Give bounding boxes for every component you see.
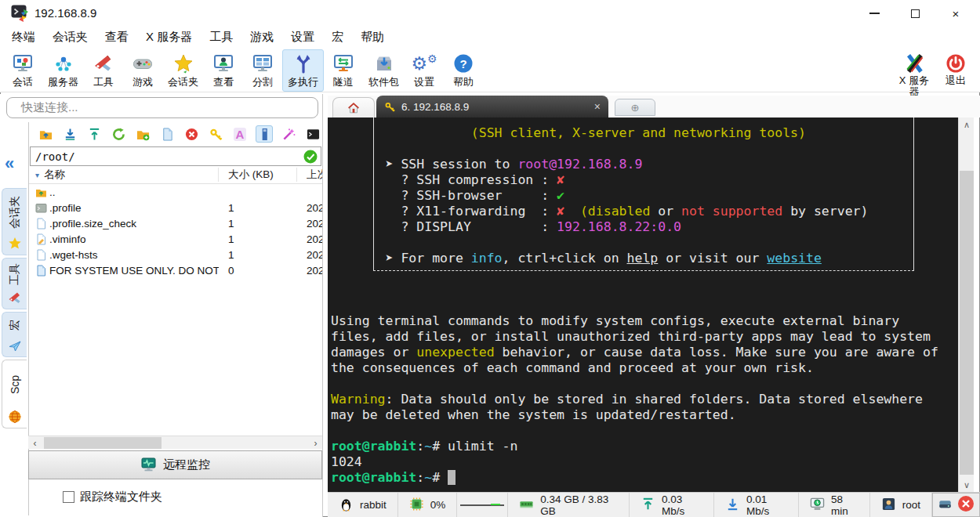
status-user-icon xyxy=(881,497,896,514)
menu-item-1[interactable]: 会话夹 xyxy=(44,27,96,47)
key-icon[interactable] xyxy=(207,125,224,143)
collapse-sidebar-button[interactable]: « xyxy=(5,154,13,174)
terminal-screen[interactable]: (SSH client, X-server and networking too… xyxy=(328,118,958,492)
remote-monitoring-button[interactable]: 远程监控 xyxy=(28,450,322,479)
tools-icon xyxy=(93,52,114,74)
toolbar-settings-button[interactable]: ⚙⚙设置 xyxy=(405,49,444,92)
status-cpu-icon xyxy=(409,497,424,514)
file-row[interactable]: .wget-hsts12024 xyxy=(29,247,322,262)
close-session-icon[interactable] xyxy=(957,495,975,515)
toolbar-sessionsfolder-button[interactable]: 会话夹 xyxy=(162,49,204,92)
horizontal-scrollbar-thumb[interactable] xyxy=(44,437,162,449)
upload-icon[interactable] xyxy=(85,125,103,143)
file-row[interactable]: .. xyxy=(29,184,322,200)
delete-icon[interactable] xyxy=(183,125,200,143)
side-tab-sessions-label: 会话夹 xyxy=(2,189,27,236)
up-folder-icon[interactable] xyxy=(37,125,54,143)
menu-item-0[interactable]: 终端 xyxy=(3,27,44,47)
status-penguin-icon xyxy=(339,497,354,514)
scroll-left-arrow-icon[interactable]: ‹ xyxy=(28,436,42,450)
toolbar-games-button[interactable]: 游戏 xyxy=(123,49,162,92)
menu-item-5[interactable]: 游戏 xyxy=(241,27,282,47)
new-tab-button[interactable]: ⊕ xyxy=(615,99,655,116)
file-row[interactable]: .profile.size_check12023 xyxy=(29,215,322,231)
column-modified[interactable]: 上次 xyxy=(297,168,322,182)
file-row[interactable]: .profile12023 xyxy=(29,200,322,215)
toolbar-tunnel-button[interactable]: 隧道 xyxy=(324,49,363,92)
column-name[interactable]: ▾名称 xyxy=(29,168,219,182)
quick-connect-input[interactable]: 快速连接... xyxy=(6,97,318,118)
toolbar-view-button[interactable]: 查看 xyxy=(204,49,243,92)
toolbar-servers-label: 服务器 xyxy=(48,75,78,89)
status-graph xyxy=(457,493,508,517)
file-name: .wget-hsts xyxy=(49,249,219,261)
file-row[interactable]: FOR SYSTEM USE ONLY. DO NOT ...02023 xyxy=(29,262,322,278)
side-tab-tools[interactable]: 工具 xyxy=(2,258,27,309)
terminal-scrollbar-thumb[interactable] xyxy=(960,171,974,475)
scroll-down-arrow-icon[interactable]: ∨ xyxy=(959,478,975,492)
toolbar-multiexec-button[interactable]: 多执行 xyxy=(282,49,324,92)
toolbar-servers-button[interactable]: 服务器 xyxy=(42,49,84,92)
follow-terminal-folder[interactable]: 跟踪终端文件夹 xyxy=(63,490,162,504)
refresh-icon[interactable] xyxy=(110,125,127,143)
wand-icon[interactable] xyxy=(280,125,297,143)
status-session-controls[interactable] xyxy=(932,493,980,517)
xserver-icon xyxy=(904,52,925,74)
menu-item-6[interactable]: 设置 xyxy=(282,27,323,47)
file-row[interactable]: .viminfo12024 xyxy=(29,231,322,247)
font-icon[interactable]: A xyxy=(231,125,249,143)
file-size: 1 xyxy=(219,202,297,214)
side-tab-sessions[interactable]: 会话夹 xyxy=(2,188,27,255)
file-name: .viminfo xyxy=(49,233,219,245)
download-icon[interactable] xyxy=(61,125,78,143)
file-date: 2024 xyxy=(297,249,322,261)
file-size: 1 xyxy=(219,218,297,230)
menu-item-8[interactable]: 帮助 xyxy=(352,27,393,47)
terminal-line: ? SSH compression : ✘ xyxy=(331,172,938,188)
toolbar-split-label: 分割 xyxy=(252,75,273,89)
toolbar-split-button[interactable]: 分割 xyxy=(243,49,282,92)
maximize-button[interactable] xyxy=(897,0,933,27)
menu-item-7[interactable]: 宏 xyxy=(323,27,352,47)
toolbar-session-button[interactable]: 会话 xyxy=(3,49,42,92)
new-folder-icon[interactable] xyxy=(134,125,151,143)
status-ram-text: 0.34 GB / 3.83 GB xyxy=(540,494,618,517)
scroll-right-arrow-icon[interactable]: › xyxy=(309,436,322,450)
toolbar-exit-label: 退出 xyxy=(946,75,966,86)
path-confirm-icon[interactable] xyxy=(303,150,318,164)
file-edit-icon xyxy=(35,233,49,245)
menu-item-2[interactable]: 查看 xyxy=(96,27,137,47)
menu-item-4[interactable]: 工具 xyxy=(201,27,241,47)
terminal-icon[interactable] xyxy=(304,125,321,143)
status-bar: rabbit0%0.34 GB / 3.83 GB0.03 Mb/s0.01 M… xyxy=(328,492,980,517)
side-tab-macros[interactable]: 宏 xyxy=(2,312,27,357)
scroll-up-arrow-icon[interactable]: ∧ xyxy=(959,118,975,132)
svg-text:?: ? xyxy=(459,56,466,70)
column-size[interactable]: 大小 (KB) xyxy=(219,168,297,182)
toolbar-games-label: 游戏 xyxy=(132,75,153,89)
toolbar-tools-button[interactable]: 工具 xyxy=(84,49,123,92)
toolbar-packages-button[interactable]: 软件包 xyxy=(363,49,405,92)
horizontal-scrollbar[interactable]: ‹ › xyxy=(28,436,322,449)
tab-home[interactable] xyxy=(332,97,375,118)
toolbar-xserver-button[interactable]: X 服务器 xyxy=(892,49,936,100)
file-table-header[interactable]: ▾名称 大小 (KB) 上次 xyxy=(29,166,322,184)
new-file-icon[interactable] xyxy=(158,125,176,143)
path-field[interactable]: /root/ xyxy=(30,146,321,166)
side-tab-scp[interactable]: Scp xyxy=(2,360,27,428)
side-tab-tools-label: 工具 xyxy=(2,258,27,290)
close-button[interactable]: × xyxy=(938,0,974,27)
disk-icon[interactable] xyxy=(938,497,953,514)
terminal-line xyxy=(331,141,938,157)
terminal-line: ➤ SSH session to root@192.168.8.9 xyxy=(331,157,938,172)
follow-terminal-folder-checkbox[interactable] xyxy=(63,491,74,503)
terminal-scrollbar[interactable]: ∧ ∨ xyxy=(958,118,974,492)
status-cpu-text: 0% xyxy=(430,499,446,511)
toolbar-help-button[interactable]: ?帮助 xyxy=(444,49,483,92)
tab-close-icon[interactable]: × xyxy=(594,100,601,113)
panel-toggle-icon[interactable] xyxy=(256,125,273,143)
tab-session-active[interactable]: 6. 192.168.8.9 × xyxy=(376,96,608,118)
menu-item-3[interactable]: X 服务器 xyxy=(137,27,201,47)
minimize-button[interactable] xyxy=(856,0,892,27)
toolbar-exit-button[interactable]: 退出 xyxy=(936,49,975,89)
